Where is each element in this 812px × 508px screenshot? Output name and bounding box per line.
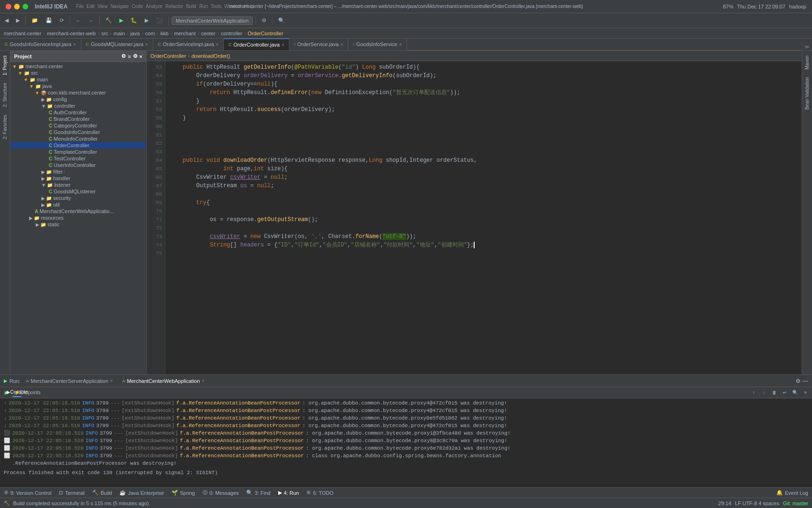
- navigate-forward-btn[interactable]: →: [86, 17, 96, 24]
- tab-more-btn[interactable]: ≫: [802, 43, 812, 50]
- tree-com-kkb[interactable]: ▼ 📦 com.kkb.merchant.center: [10, 89, 146, 96]
- tab-close-6[interactable]: ×: [399, 42, 402, 47]
- breadcrumb-merchant-center-web[interactable]: merchant-center-web: [47, 31, 96, 36]
- tree-static[interactable]: ▶ 📁 static: [10, 221, 146, 228]
- tree-menuinfo-controller[interactable]: C MenuInfoController: [10, 135, 146, 142]
- breadcrumb-merchant[interactable]: merchant: [174, 31, 195, 36]
- search-btn[interactable]: 🔍: [275, 16, 288, 24]
- navigate-back-btn[interactable]: ←: [73, 17, 84, 24]
- project-gear-icon[interactable]: ⚙: [133, 53, 138, 59]
- vtab-favorites[interactable]: 2: Favorites: [1, 112, 9, 142]
- tool-run[interactable]: ▶ 4: Run: [278, 490, 299, 496]
- tool-version-control[interactable]: ⑨ 9: Version Control: [4, 490, 51, 496]
- breadcrumb-main[interactable]: main: [114, 31, 125, 36]
- maximize-button[interactable]: [23, 4, 28, 9]
- project-sort-icon[interactable]: ≡: [128, 54, 131, 59]
- tree-auth-controller[interactable]: C AuthController: [10, 109, 146, 116]
- console-close-btn[interactable]: ×: [801, 389, 810, 397]
- tree-java[interactable]: ▼ 📁 java: [10, 83, 146, 89]
- tab-orderserviceimpl[interactable]: C OrderServiceImpl.java ×: [153, 39, 224, 50]
- run-tab-web[interactable]: A MerchantCenterWebApplication ×: [118, 377, 208, 385]
- run-tab-web-close[interactable]: ×: [202, 378, 204, 383]
- tab-close-3[interactable]: ×: [216, 42, 219, 47]
- tree-security[interactable]: ▶ 📁 security: [10, 195, 146, 201]
- tab-goodsmqlistener[interactable]: C GoodsMQListener.java ×: [81, 39, 153, 50]
- forward-button[interactable]: ▶: [13, 16, 23, 24]
- tree-test-controller[interactable]: C TestController: [10, 155, 146, 162]
- console-clear-btn[interactable]: 🗑: [770, 389, 779, 397]
- minimize-button[interactable]: [14, 4, 20, 9]
- breadcrumb-controller[interactable]: controller: [221, 31, 242, 36]
- code-view[interactable]: 53 54 55 56 57 58 59 60 61 62 63 64 65 6…: [147, 61, 802, 374]
- tab-close-1[interactable]: ×: [73, 42, 76, 47]
- code-content[interactable]: public HttpResult getDeliverInfo(@PathVa…: [165, 61, 802, 374]
- run-btn[interactable]: ▶: [117, 16, 126, 24]
- menu-view[interactable]: View: [97, 4, 108, 9]
- vtab-bean-validation[interactable]: Bean Validation: [803, 74, 811, 112]
- project-close-icon[interactable]: ×: [140, 54, 142, 59]
- menu-file[interactable]: File: [76, 4, 84, 9]
- breadcrumb-ordercontroller[interactable]: OrderController: [248, 31, 283, 36]
- vtab-structure[interactable]: 2: Structure: [1, 80, 9, 110]
- build-btn[interactable]: 🔨: [102, 16, 115, 24]
- tab-goodsinfoservice[interactable]: I GoodsInfoService ×: [348, 39, 407, 50]
- tree-main[interactable]: ▼ 📁 main: [10, 76, 146, 83]
- refresh-btn[interactable]: ⟳: [57, 16, 67, 24]
- tab-close-4[interactable]: ×: [281, 42, 284, 48]
- console-wrap-btn[interactable]: ↵: [780, 389, 789, 397]
- breadcrumb-center[interactable]: center: [201, 31, 216, 36]
- console-filter-btn[interactable]: 🔍: [790, 389, 800, 397]
- run-with-coverage-btn[interactable]: ▶: [142, 16, 151, 24]
- run-settings-icon[interactable]: ⚙: [796, 378, 801, 384]
- tool-messages[interactable]: ⓪ 0: Messages: [203, 489, 239, 496]
- tool-terminal[interactable]: ⊡ Terminal: [59, 490, 85, 496]
- tree-listener[interactable]: ▼ 📁 listener: [10, 182, 146, 188]
- tree-category-controller[interactable]: C CategoryController: [10, 122, 146, 129]
- run-minimize-icon[interactable]: —: [803, 378, 808, 384]
- console-scroll-top-btn[interactable]: ↑: [749, 389, 758, 397]
- tree-goodsmq-listener[interactable]: C GoodsMQListener: [10, 188, 146, 195]
- menu-edit[interactable]: Edit: [86, 4, 94, 9]
- tree-userinfo-controller[interactable]: C UserInfoController: [10, 162, 146, 168]
- tool-todo[interactable]: ⑥ 6: TODO: [306, 490, 334, 496]
- save-btn[interactable]: 💾: [43, 16, 55, 24]
- tool-build[interactable]: 🔨 Build: [92, 490, 112, 496]
- tree-brand-controller[interactable]: C BrandController: [10, 116, 146, 122]
- breadcrumb-java[interactable]: java: [130, 31, 140, 36]
- tab-orderservice[interactable]: I OrderService.java ×: [289, 39, 348, 50]
- menu-refactor[interactable]: Refactor: [165, 4, 183, 9]
- fn-breadcrumb-controller[interactable]: OrderController: [150, 53, 186, 59]
- breadcrumb-com[interactable]: com: [145, 31, 155, 36]
- tree-controller[interactable]: ▼ 📁 controller: [10, 103, 146, 109]
- tree-util[interactable]: ▶ 📁 util: [10, 201, 146, 208]
- tool-java-enterprise[interactable]: ☕ Java Enterprise: [119, 490, 164, 496]
- tree-order-controller[interactable]: C OrderController: [10, 142, 146, 149]
- tab-ordercontroller[interactable]: C OrderController.java ×: [224, 39, 289, 50]
- project-settings-icon[interactable]: ⚙: [121, 53, 126, 59]
- breadcrumb-kkb[interactable]: kkb: [161, 31, 169, 36]
- tree-template-controller[interactable]: C TemplateController: [10, 149, 146, 155]
- tab-goodsinfoserviceimpl[interactable]: C GoodsInfoServiceImpl.java ×: [0, 39, 81, 50]
- tool-find[interactable]: 🔍 3: Find: [246, 490, 271, 496]
- tree-config[interactable]: ▶ 📁 config: [10, 96, 146, 103]
- console-scroll-bottom-btn[interactable]: ↓: [759, 389, 769, 397]
- tree-filter[interactable]: ▶ 📁 filter !: [10, 168, 146, 175]
- vtab-maven[interactable]: Maven: [803, 53, 811, 72]
- menu-build[interactable]: Build: [186, 4, 196, 9]
- menu-navigate[interactable]: Navigate: [110, 4, 129, 9]
- tab-close-5[interactable]: ×: [341, 42, 344, 47]
- back-button[interactable]: ◀: [2, 16, 11, 24]
- console-tab-endpoints[interactable]: ⚡ Endpoints: [23, 389, 32, 397]
- menu-code[interactable]: Code: [132, 4, 143, 9]
- tree-handler[interactable]: ▶ 📁 handler: [10, 175, 146, 182]
- run-config-selector[interactable]: MerchantCenterWebApplication: [172, 16, 253, 25]
- breadcrumb-src[interactable]: src: [101, 31, 108, 36]
- close-button[interactable]: [6, 4, 11, 9]
- menu-run[interactable]: Run: [199, 4, 208, 9]
- vtab-project[interactable]: 1: Project: [1, 53, 9, 78]
- menu-tools[interactable]: Tools: [211, 4, 221, 9]
- tool-spring[interactable]: 🌱 Spring: [172, 490, 195, 496]
- debug-btn[interactable]: 🐛: [128, 16, 140, 24]
- run-tab-server[interactable]: A MerchantCenterServerApplication ×: [22, 377, 117, 385]
- breadcrumb-merchant-center[interactable]: merchant-center: [4, 31, 41, 36]
